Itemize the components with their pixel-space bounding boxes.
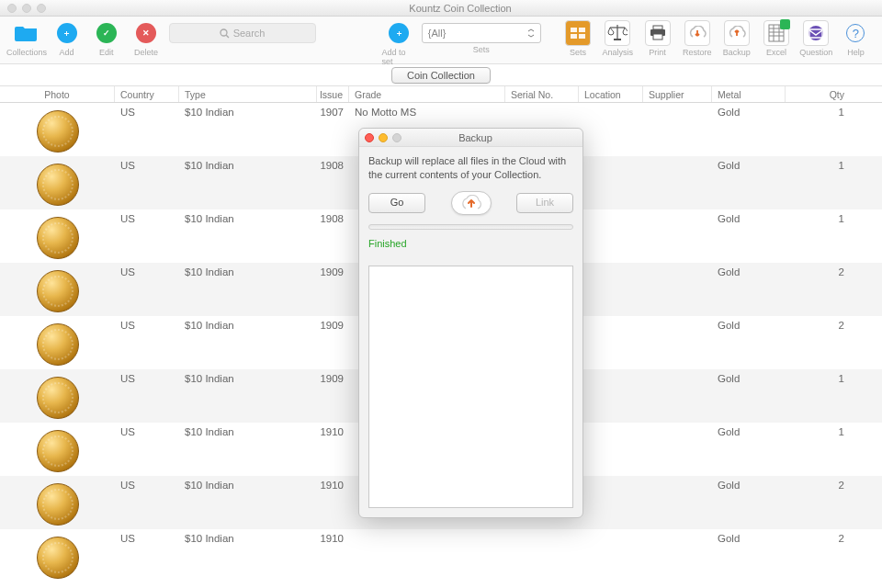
coin-icon (37, 377, 79, 419)
svg-rect-2 (571, 28, 577, 32)
cell-location (579, 529, 643, 582)
col-issue[interactable]: Issue (317, 86, 349, 102)
col-qty[interactable]: Qty (786, 86, 850, 102)
dialog-titlebar: Backup (359, 129, 582, 147)
cell-country: US (115, 156, 179, 209)
print-button[interactable]: Print (640, 20, 674, 57)
cell-location (579, 263, 643, 316)
col-location[interactable]: Location (579, 86, 643, 102)
plus-circle-icon: ＋ (54, 20, 80, 46)
printer-icon (645, 20, 671, 46)
cell-type: $10 Indian (179, 156, 317, 209)
restore-button[interactable]: Restore (680, 20, 714, 57)
excel-button[interactable]: Excel (759, 20, 793, 57)
col-supplier[interactable]: Supplier (643, 86, 712, 102)
go-button[interactable]: Go (368, 193, 425, 213)
coin-icon (37, 270, 79, 312)
add-to-set-label: Add to set (382, 48, 416, 66)
window-title: Kountz Coin Collection (46, 3, 875, 14)
cell-type: $10 Indian (179, 103, 317, 156)
coin-collection-button[interactable]: Coin Collection (391, 67, 491, 84)
coin-icon (37, 110, 79, 153)
cell-country: US (115, 476, 179, 529)
cell-serial (505, 529, 579, 582)
delete-button[interactable]: ✕ Delete (129, 20, 163, 57)
svg-rect-5 (579, 34, 585, 39)
dialog-message: Backup will replace all files in the Clo… (368, 154, 573, 182)
cell-country: US (115, 423, 179, 476)
question-button[interactable]: Question (799, 20, 833, 57)
svg-rect-8 (614, 39, 621, 40)
dialog-close-button[interactable] (365, 133, 374, 142)
coin-icon (37, 323, 79, 366)
edit-label: Edit (99, 48, 114, 57)
help-label: Help (847, 48, 865, 57)
cell-issue: 1910 (317, 529, 349, 582)
sets-select[interactable]: {All} (422, 23, 541, 43)
grid-icon (565, 20, 591, 46)
col-serial[interactable]: Serial No. (505, 86, 579, 102)
cell-supplier (643, 476, 712, 529)
col-grade[interactable]: Grade (349, 86, 505, 102)
cell-location (579, 423, 643, 476)
cell-metal: Gold (712, 476, 786, 529)
sets-btn-label: Sets (570, 48, 586, 57)
col-photo[interactable]: Photo (0, 86, 115, 102)
sets-button[interactable]: Sets (561, 20, 595, 57)
backup-button[interactable]: Backup (719, 20, 753, 57)
coin-icon (37, 217, 79, 259)
edit-button[interactable]: ✓ Edit (89, 20, 123, 57)
svg-rect-9 (653, 26, 662, 29)
cell-country: US (115, 369, 179, 423)
cell-metal: Gold (712, 103, 786, 156)
cell-metal: Gold (712, 369, 786, 423)
chevron-down-icon (527, 28, 535, 38)
cloud-upload-icon (451, 191, 492, 215)
traffic-close-disabled (7, 4, 17, 13)
cell-photo (0, 316, 115, 369)
cell-metal: Gold (712, 423, 786, 476)
cell-supplier (643, 156, 712, 209)
link-button[interactable]: Link (516, 193, 573, 213)
help-button[interactable]: ? Help (839, 20, 873, 57)
add-button[interactable]: ＋ Add (50, 20, 84, 57)
coin-icon (37, 164, 79, 206)
col-metal[interactable]: Metal (712, 86, 786, 102)
search-input[interactable]: Search (169, 23, 316, 43)
table-row[interactable]: US $10 Indian 1910 Gold 2 (0, 529, 882, 582)
collections-button[interactable]: Collections (9, 20, 44, 57)
cloud-upload-icon (724, 20, 750, 46)
delete-label: Delete (134, 48, 158, 57)
cell-grade (349, 529, 505, 582)
x-circle-icon: ✕ (133, 20, 159, 46)
cell-qty: 2 (786, 263, 850, 316)
cell-qty: 2 (786, 316, 850, 369)
cell-country: US (115, 263, 179, 316)
cell-issue: 1909 (317, 263, 349, 316)
cell-qty: 2 (786, 476, 850, 529)
cell-metal: Gold (712, 529, 786, 582)
spreadsheet-icon (763, 20, 789, 46)
cell-supplier (643, 316, 712, 369)
cell-country: US (115, 103, 179, 156)
analysis-button[interactable]: Analysis (601, 20, 635, 57)
cell-issue: 1909 (317, 316, 349, 369)
svg-point-0 (220, 29, 227, 36)
log-area (368, 266, 573, 508)
toolbar: Collections ＋ Add ✓ Edit ✕ Delete Search… (0, 17, 882, 64)
cell-qty: 1 (786, 103, 850, 156)
backup-label: Backup (723, 48, 751, 57)
cell-issue: 1910 (317, 476, 349, 529)
col-type[interactable]: Type (179, 86, 317, 102)
cell-type: $10 Indian (179, 263, 317, 316)
col-country[interactable]: Country (115, 86, 179, 102)
cell-country: US (115, 529, 179, 582)
cloud-download-icon (684, 20, 710, 46)
mac-traffic-lights (7, 4, 46, 13)
traffic-zoom-disabled (37, 4, 46, 13)
cell-type: $10 Indian (179, 529, 317, 582)
cell-supplier (643, 103, 712, 156)
add-to-set-button[interactable]: ＋ Add to set (382, 20, 416, 66)
sets-select-label: Sets (473, 45, 490, 54)
check-circle-icon: ✓ (94, 20, 119, 46)
